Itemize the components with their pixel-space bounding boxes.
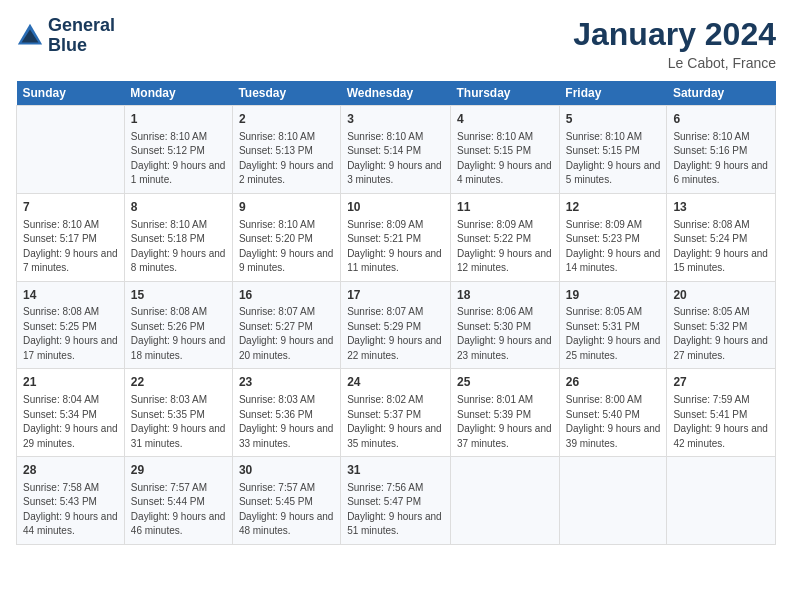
calendar-cell: 17Sunrise: 8:07 AMSunset: 5:29 PMDayligh… xyxy=(341,281,451,369)
calendar-cell: 15Sunrise: 8:08 AMSunset: 5:26 PMDayligh… xyxy=(124,281,232,369)
month-title: January 2024 xyxy=(573,16,776,53)
day-number: 5 xyxy=(566,111,661,128)
logo: General Blue xyxy=(16,16,115,56)
day-number: 18 xyxy=(457,287,553,304)
calendar-cell: 25Sunrise: 8:01 AMSunset: 5:39 PMDayligh… xyxy=(451,369,560,457)
day-number: 23 xyxy=(239,374,334,391)
calendar-cell: 21Sunrise: 8:04 AMSunset: 5:34 PMDayligh… xyxy=(17,369,125,457)
calendar-cell: 29Sunrise: 7:57 AMSunset: 5:44 PMDayligh… xyxy=(124,457,232,545)
calendar-cell: 26Sunrise: 8:00 AMSunset: 5:40 PMDayligh… xyxy=(559,369,667,457)
day-number: 12 xyxy=(566,199,661,216)
weekday-header: Monday xyxy=(124,81,232,106)
calendar-week-row: 14Sunrise: 8:08 AMSunset: 5:25 PMDayligh… xyxy=(17,281,776,369)
day-number: 24 xyxy=(347,374,444,391)
calendar-cell: 5Sunrise: 8:10 AMSunset: 5:15 PMDaylight… xyxy=(559,106,667,194)
day-number: 30 xyxy=(239,462,334,479)
calendar-cell: 19Sunrise: 8:05 AMSunset: 5:31 PMDayligh… xyxy=(559,281,667,369)
day-info: Sunrise: 8:05 AMSunset: 5:32 PMDaylight:… xyxy=(673,305,769,363)
calendar-cell: 30Sunrise: 7:57 AMSunset: 5:45 PMDayligh… xyxy=(232,457,340,545)
day-number: 26 xyxy=(566,374,661,391)
day-info: Sunrise: 8:09 AMSunset: 5:23 PMDaylight:… xyxy=(566,218,661,276)
title-block: January 2024 Le Cabot, France xyxy=(573,16,776,71)
weekday-header: Thursday xyxy=(451,81,560,106)
day-info: Sunrise: 8:07 AMSunset: 5:29 PMDaylight:… xyxy=(347,305,444,363)
day-info: Sunrise: 8:08 AMSunset: 5:25 PMDaylight:… xyxy=(23,305,118,363)
day-info: Sunrise: 8:03 AMSunset: 5:36 PMDaylight:… xyxy=(239,393,334,451)
calendar-week-row: 28Sunrise: 7:58 AMSunset: 5:43 PMDayligh… xyxy=(17,457,776,545)
weekday-header: Sunday xyxy=(17,81,125,106)
calendar-cell xyxy=(559,457,667,545)
day-number: 4 xyxy=(457,111,553,128)
calendar-cell: 31Sunrise: 7:56 AMSunset: 5:47 PMDayligh… xyxy=(341,457,451,545)
day-number: 13 xyxy=(673,199,769,216)
day-info: Sunrise: 8:10 AMSunset: 5:14 PMDaylight:… xyxy=(347,130,444,188)
day-info: Sunrise: 8:05 AMSunset: 5:31 PMDaylight:… xyxy=(566,305,661,363)
calendar-cell: 3Sunrise: 8:10 AMSunset: 5:14 PMDaylight… xyxy=(341,106,451,194)
day-info: Sunrise: 8:10 AMSunset: 5:13 PMDaylight:… xyxy=(239,130,334,188)
day-info: Sunrise: 8:08 AMSunset: 5:24 PMDaylight:… xyxy=(673,218,769,276)
day-info: Sunrise: 7:56 AMSunset: 5:47 PMDaylight:… xyxy=(347,481,444,539)
calendar-cell: 9Sunrise: 8:10 AMSunset: 5:20 PMDaylight… xyxy=(232,193,340,281)
day-info: Sunrise: 8:03 AMSunset: 5:35 PMDaylight:… xyxy=(131,393,226,451)
day-number: 6 xyxy=(673,111,769,128)
header-row: SundayMondayTuesdayWednesdayThursdayFrid… xyxy=(17,81,776,106)
day-info: Sunrise: 8:10 AMSunset: 5:15 PMDaylight:… xyxy=(457,130,553,188)
day-info: Sunrise: 8:04 AMSunset: 5:34 PMDaylight:… xyxy=(23,393,118,451)
calendar-cell xyxy=(667,457,776,545)
calendar-cell: 24Sunrise: 8:02 AMSunset: 5:37 PMDayligh… xyxy=(341,369,451,457)
day-number: 3 xyxy=(347,111,444,128)
day-info: Sunrise: 7:59 AMSunset: 5:41 PMDaylight:… xyxy=(673,393,769,451)
day-number: 29 xyxy=(131,462,226,479)
weekday-header: Tuesday xyxy=(232,81,340,106)
day-number: 8 xyxy=(131,199,226,216)
calendar-cell: 4Sunrise: 8:10 AMSunset: 5:15 PMDaylight… xyxy=(451,106,560,194)
calendar-cell xyxy=(451,457,560,545)
weekday-header: Friday xyxy=(559,81,667,106)
day-number: 14 xyxy=(23,287,118,304)
logo-text: General Blue xyxy=(48,16,115,56)
calendar-cell: 18Sunrise: 8:06 AMSunset: 5:30 PMDayligh… xyxy=(451,281,560,369)
day-info: Sunrise: 7:57 AMSunset: 5:44 PMDaylight:… xyxy=(131,481,226,539)
day-number: 15 xyxy=(131,287,226,304)
day-info: Sunrise: 8:10 AMSunset: 5:15 PMDaylight:… xyxy=(566,130,661,188)
day-info: Sunrise: 8:09 AMSunset: 5:21 PMDaylight:… xyxy=(347,218,444,276)
calendar-cell: 7Sunrise: 8:10 AMSunset: 5:17 PMDaylight… xyxy=(17,193,125,281)
day-info: Sunrise: 7:58 AMSunset: 5:43 PMDaylight:… xyxy=(23,481,118,539)
day-info: Sunrise: 8:08 AMSunset: 5:26 PMDaylight:… xyxy=(131,305,226,363)
calendar-cell: 27Sunrise: 7:59 AMSunset: 5:41 PMDayligh… xyxy=(667,369,776,457)
day-info: Sunrise: 8:01 AMSunset: 5:39 PMDaylight:… xyxy=(457,393,553,451)
calendar-cell: 12Sunrise: 8:09 AMSunset: 5:23 PMDayligh… xyxy=(559,193,667,281)
day-info: Sunrise: 8:10 AMSunset: 5:12 PMDaylight:… xyxy=(131,130,226,188)
day-info: Sunrise: 8:09 AMSunset: 5:22 PMDaylight:… xyxy=(457,218,553,276)
day-info: Sunrise: 8:10 AMSunset: 5:17 PMDaylight:… xyxy=(23,218,118,276)
day-number: 21 xyxy=(23,374,118,391)
weekday-header: Saturday xyxy=(667,81,776,106)
day-number: 11 xyxy=(457,199,553,216)
day-number: 22 xyxy=(131,374,226,391)
day-info: Sunrise: 8:10 AMSunset: 5:16 PMDaylight:… xyxy=(673,130,769,188)
day-info: Sunrise: 8:02 AMSunset: 5:37 PMDaylight:… xyxy=(347,393,444,451)
day-info: Sunrise: 8:10 AMSunset: 5:18 PMDaylight:… xyxy=(131,218,226,276)
calendar-cell: 2Sunrise: 8:10 AMSunset: 5:13 PMDaylight… xyxy=(232,106,340,194)
calendar-week-row: 1Sunrise: 8:10 AMSunset: 5:12 PMDaylight… xyxy=(17,106,776,194)
day-number: 28 xyxy=(23,462,118,479)
day-number: 27 xyxy=(673,374,769,391)
day-number: 31 xyxy=(347,462,444,479)
day-info: Sunrise: 8:06 AMSunset: 5:30 PMDaylight:… xyxy=(457,305,553,363)
day-info: Sunrise: 8:10 AMSunset: 5:20 PMDaylight:… xyxy=(239,218,334,276)
day-number: 2 xyxy=(239,111,334,128)
calendar-cell xyxy=(17,106,125,194)
day-info: Sunrise: 8:07 AMSunset: 5:27 PMDaylight:… xyxy=(239,305,334,363)
day-number: 20 xyxy=(673,287,769,304)
calendar-cell: 13Sunrise: 8:08 AMSunset: 5:24 PMDayligh… xyxy=(667,193,776,281)
calendar-cell: 10Sunrise: 8:09 AMSunset: 5:21 PMDayligh… xyxy=(341,193,451,281)
day-info: Sunrise: 7:57 AMSunset: 5:45 PMDaylight:… xyxy=(239,481,334,539)
calendar-week-row: 21Sunrise: 8:04 AMSunset: 5:34 PMDayligh… xyxy=(17,369,776,457)
day-number: 9 xyxy=(239,199,334,216)
location: Le Cabot, France xyxy=(573,55,776,71)
calendar-cell: 20Sunrise: 8:05 AMSunset: 5:32 PMDayligh… xyxy=(667,281,776,369)
logo-icon xyxy=(16,22,44,50)
day-number: 17 xyxy=(347,287,444,304)
day-number: 16 xyxy=(239,287,334,304)
calendar-cell: 23Sunrise: 8:03 AMSunset: 5:36 PMDayligh… xyxy=(232,369,340,457)
